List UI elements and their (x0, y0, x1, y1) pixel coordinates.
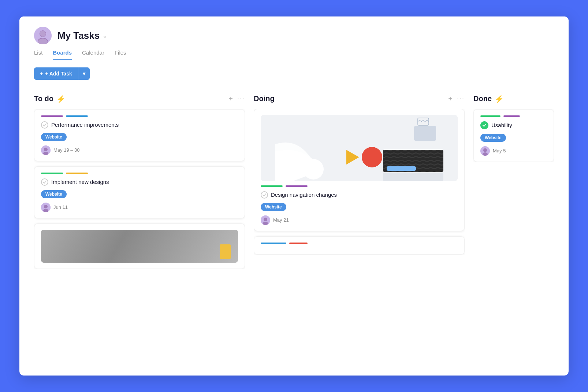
website-tag-2[interactable]: Website (41, 190, 67, 198)
page-title: My Tasks (57, 30, 100, 41)
column-todo-header: To do ⚡ + ··· (34, 95, 245, 103)
card-avatar-2 (41, 203, 51, 212)
card-color-bars-2 (41, 173, 238, 174)
column-doing-label: Doing (254, 95, 275, 103)
card-tag-done: Website (480, 134, 547, 146)
card-date: May 19 – 30 (53, 147, 80, 153)
column-todo-label: To do (34, 95, 53, 103)
card-done-footer: May 5 (480, 146, 547, 156)
header: My Tasks ⌄ List Boards Calendar Files (19, 16, 569, 60)
check-icon-2[interactable] (41, 178, 48, 186)
tab-boards[interactable]: Boards (53, 49, 72, 60)
doing-cards-list: Design navigation changes Website (254, 109, 465, 255)
website-tag[interactable]: Website (41, 133, 67, 141)
website-tag-doing[interactable]: Website (261, 203, 286, 211)
column-doing-title: Doing (254, 95, 275, 103)
doing-more-icon[interactable]: ··· (457, 95, 465, 103)
todo-add-icon[interactable]: + (228, 95, 233, 103)
color-bar-yellow (66, 173, 88, 174)
color-bar-red-partial (289, 243, 308, 244)
done-emoji-icon: ⚡ (495, 95, 504, 103)
column-todo-title: To do ⚡ (34, 95, 66, 103)
card-partial-color-bars (261, 243, 458, 244)
card-color-bars-doing (261, 185, 458, 187)
card-color-bars (41, 115, 238, 117)
card-title-row-doing: Design navigation changes (261, 191, 458, 199)
add-task-text: + Add Task (45, 71, 72, 77)
todo-emoji-icon: ⚡ (56, 95, 66, 103)
column-todo: To do ⚡ + ··· (34, 95, 245, 369)
todo-more-icon[interactable]: ··· (237, 95, 245, 103)
mockup-background (261, 115, 458, 181)
svg-rect-19 (414, 126, 436, 141)
card-footer: May 19 – 30 (41, 145, 238, 155)
card-title-text-2: Implement new designs (51, 179, 109, 185)
doing-add-icon[interactable]: + (448, 95, 453, 103)
svg-rect-18 (383, 173, 443, 181)
columns-wrapper: To do ⚡ + ··· (34, 95, 554, 369)
color-bar-green (41, 173, 63, 174)
card-footer-doing: May 21 (261, 215, 458, 225)
color-bar-blue (66, 115, 88, 117)
header-title: My Tasks ⌄ (57, 30, 107, 41)
color-bar-purple-doing (286, 185, 308, 187)
card-done-avatar (480, 146, 490, 156)
card-partial-bottom[interactable] (34, 223, 245, 269)
svg-point-12 (303, 159, 324, 180)
add-task-label[interactable]: + + Add Task (34, 67, 78, 80)
card-done-date: May 5 (493, 148, 506, 154)
check-icon-doing[interactable] (261, 191, 268, 199)
column-done: Done ⚡ (473, 95, 554, 369)
done-check-icon[interactable] (480, 121, 488, 129)
card-title-row: Performance improvements (41, 121, 238, 129)
column-done-label: Done (473, 95, 492, 103)
card-done-title-text: Usability (491, 122, 512, 128)
small-image-content (41, 230, 238, 263)
card-title-doing: Design navigation changes (271, 192, 337, 198)
card-performance-improvements[interactable]: Performance improvements Website (34, 109, 245, 161)
card-image-mockup (261, 115, 458, 181)
header-top: My Tasks ⌄ (34, 27, 554, 44)
tab-calendar[interactable]: Calendar (82, 49, 104, 60)
svg-point-14 (362, 147, 382, 167)
card-footer-2: Jun 11 (41, 203, 238, 212)
card-design-navigation[interactable]: Design navigation changes Website (254, 109, 465, 231)
card-implement-new-designs[interactable]: Implement new designs Website (34, 166, 245, 218)
plus-icon: + (40, 71, 43, 77)
check-icon[interactable] (41, 121, 48, 129)
tab-files[interactable]: Files (115, 49, 126, 60)
add-task-dropdown-arrow[interactable]: ▾ (78, 67, 90, 80)
chevron-down-icon[interactable]: ⌄ (103, 32, 107, 39)
card-done-title-row: Usability (480, 121, 547, 129)
tabs: List Boards Calendar Files (34, 49, 554, 60)
column-doing-actions: + ··· (448, 95, 465, 103)
card-tag: Website (41, 133, 238, 145)
tab-list[interactable]: List (34, 49, 42, 60)
card-title-text: Performance improvements (51, 122, 119, 128)
board-area: To do ⚡ + ··· (19, 87, 569, 376)
svg-point-25 (483, 148, 487, 152)
card-date-2: Jun 11 (53, 204, 68, 210)
card-avatar-doing (261, 215, 270, 225)
avatar (34, 27, 52, 44)
column-todo-actions: + ··· (228, 95, 245, 103)
website-tag-done[interactable]: Website (480, 134, 506, 142)
todo-cards-list: Performance improvements Website (34, 109, 245, 269)
card-date-doing: May 21 (273, 217, 289, 223)
column-done-header: Done ⚡ (473, 95, 554, 103)
color-bar-purple-done (503, 115, 520, 117)
card-partial-image (41, 230, 238, 263)
svg-point-6 (44, 148, 48, 151)
card-doing-partial[interactable] (254, 236, 465, 255)
svg-rect-17 (387, 166, 416, 171)
add-task-button[interactable]: + + Add Task ▾ (34, 67, 90, 80)
app-container: My Tasks ⌄ List Boards Calendar Files + … (19, 16, 569, 376)
svg-point-3 (40, 31, 46, 37)
card-title-row-2: Implement new designs (41, 178, 238, 186)
column-doing-header: Doing + ··· (254, 95, 465, 103)
card-done-color-bars (480, 115, 547, 117)
column-doing: Doing + ··· (254, 95, 465, 369)
column-done-title: Done ⚡ (473, 95, 504, 103)
color-bar-teal-done (480, 115, 500, 117)
card-usability[interactable]: Usability Website (473, 109, 554, 162)
